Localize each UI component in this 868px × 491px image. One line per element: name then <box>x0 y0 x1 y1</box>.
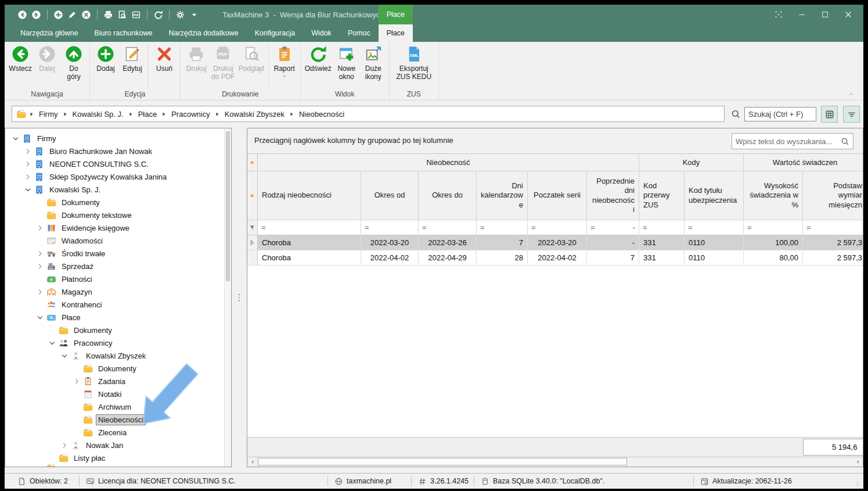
filter-cell[interactable]: = <box>528 220 587 235</box>
odswiez-button[interactable]: Odśwież <box>303 44 333 73</box>
chevron-collapsed-icon[interactable] <box>35 263 45 270</box>
panel-splitter[interactable]: ⋮ <box>232 128 247 467</box>
cell-podstaw[interactable]: 2 597,3 <box>803 235 863 250</box>
column-header-wysokosc[interactable]: Wysokość świadczenia w % <box>744 171 803 220</box>
cell-okres-do[interactable]: 2022-04-29 <box>419 250 477 265</box>
tree-item-biuro-rachunkowe-jan-nowak[interactable]: Biuro Rachunkowe Jan Nowak <box>5 145 231 157</box>
ribbon-collapse-icon[interactable] <box>847 91 855 97</box>
qat-edit[interactable] <box>67 10 77 20</box>
tree-item-platnosci[interactable]: Płatności <box>5 273 231 285</box>
nowe-okno-button[interactable]: Nowe okno <box>333 44 360 81</box>
win-min-button[interactable] <box>790 8 813 21</box>
tab-widok[interactable]: Widok <box>303 24 340 42</box>
tree-item-place[interactable]: Płace <box>5 311 231 324</box>
chevron-expanded-icon[interactable] <box>11 135 20 142</box>
scroll-right-button[interactable] <box>853 457 863 467</box>
tree-item-zlecenia[interactable]: Zlecenia <box>5 426 231 439</box>
cell-kod-tytulu[interactable]: 0110 <box>685 250 744 265</box>
tree-item-ewidencje-ksiegowe[interactable]: Ewidencje księgowe <box>5 221 231 234</box>
breadcrumb-item-kowalski-zbyszek[interactable]: Kowalski Zbyszek <box>225 110 284 119</box>
win-focus-button[interactable] <box>767 8 790 21</box>
tree-item-wiadomosci[interactable]: Wiadomości <box>5 234 231 247</box>
filter-cell[interactable]: = <box>477 220 528 235</box>
breadcrumb-item-place[interactable]: Płace <box>138 110 157 119</box>
wstecz-button[interactable]: Wstecz <box>7 44 34 73</box>
tree-item-nieobecnosci[interactable]: Nieobecności <box>5 413 231 426</box>
scrollbar-thumb[interactable] <box>258 458 627 465</box>
qat-print[interactable] <box>103 10 113 20</box>
column-header-kod[interactable]: Kod przerwy ZUS <box>639 171 685 220</box>
grid-find-input[interactable] <box>732 137 841 146</box>
dodaj-button[interactable]: Dodaj <box>92 44 119 73</box>
tree-item-listy-plac[interactable]: Listy płac <box>5 451 231 464</box>
search-input[interactable] <box>744 107 816 121</box>
tree-item-kowalski-zbyszek[interactable]: Kowalski Zbyszek <box>5 349 231 362</box>
chevron-collapsed-icon[interactable] <box>23 173 33 181</box>
qat-pdf[interactable]: PDF <box>131 10 141 20</box>
cell-wysokosc[interactable]: 80,00 <box>744 250 803 265</box>
win-max-button[interactable] <box>813 8 837 21</box>
cell-podstaw[interactable]: 2 597,3 <box>803 250 863 265</box>
scroll-left-button[interactable] <box>247 457 257 467</box>
tab-pomoc[interactable]: Pomoc <box>340 24 379 42</box>
qat-add[interactable] <box>53 10 63 20</box>
tree-scrollbar-thumb[interactable] <box>226 131 230 281</box>
column-header-kod-tytulu[interactable]: Kod tytułu ubezpieczenia <box>685 171 744 220</box>
tree-item-magazyn[interactable]: Magazyn <box>5 285 231 298</box>
tab-biuro-rachunkowe[interactable]: Biuro rachunkowe <box>86 24 160 42</box>
tree-item-dokumenty[interactable]: Dokumenty <box>5 324 231 336</box>
cell-rodzaj-nieobecnosci[interactable]: Choroba <box>258 235 361 250</box>
qat-preview[interactable] <box>117 10 127 20</box>
cell-poprzednie[interactable]: - <box>587 235 639 250</box>
chevron-collapsed-icon[interactable] <box>60 442 69 449</box>
tree-item-dokumenty[interactable]: Dokumenty <box>5 362 231 375</box>
qat-caret[interactable] <box>189 10 199 20</box>
chevron-expanded-icon[interactable] <box>35 314 45 321</box>
qat-refresh[interactable] <box>153 10 163 20</box>
cell-poczatek-serii[interactable]: 2022-04-02 <box>528 250 587 265</box>
tab-konfiguracja[interactable]: Konfiguracja <box>247 24 304 42</box>
chevron-expanded-icon[interactable] <box>23 186 33 193</box>
qat-back[interactable] <box>17 10 27 20</box>
column-header-dni[interactable]: Dni kalendarzow e <box>477 171 528 220</box>
cell-okres-do[interactable]: 2022-03-26 <box>419 235 477 250</box>
tree-item-sklep-spozywczy-kowalska-janina[interactable]: Sklep Spożywczy Kowalska Janina <box>5 170 231 183</box>
tree-item-dokumenty[interactable]: Dokumenty <box>5 196 231 209</box>
band-wartosc-swiadczen[interactable]: Wartość świadczen <box>744 154 863 171</box>
win-close-button[interactable] <box>837 8 860 21</box>
cell-dni[interactable]: 7 <box>477 235 528 250</box>
breadcrumb-item-firmy[interactable]: Firmy <box>39 110 58 119</box>
filter-cell[interactable]: = - <box>587 220 639 235</box>
tree-item-srodki-trwale[interactable]: Środki trwałe <box>5 247 231 260</box>
tree-item-notatki[interactable]: Notatki <box>5 388 231 400</box>
cell-poprzednie[interactable]: 7 <box>587 250 639 265</box>
tree-item-archiwum[interactable]: Archiwum <box>5 400 231 413</box>
contextual-tab-header[interactable]: Płace <box>379 5 413 24</box>
tree-scrollbar[interactable] <box>224 128 231 467</box>
filter-cell[interactable]: = <box>419 220 477 235</box>
chevron-expanded-icon[interactable] <box>60 352 69 360</box>
duze-ikony-button[interactable]: Duże ikony <box>360 44 387 81</box>
cell-kod[interactable]: 331 <box>639 235 685 250</box>
cell-kod-tytulu[interactable]: 0110 <box>685 235 744 250</box>
tree-item-item[interactable] <box>5 464 231 467</box>
qat-forward[interactable] <box>31 10 41 20</box>
tree-item-kontrahenci[interactable]: Kontrahenci <box>5 298 231 311</box>
do-gory-button[interactable]: Do góry <box>60 44 87 81</box>
tab-place[interactable]: Płace <box>379 24 413 42</box>
tree-item-dokumenty-tekstowe[interactable]: Dokumenty tekstowe <box>5 209 231 221</box>
column-header-okres-od[interactable]: Okres od <box>361 171 419 220</box>
filter-cell[interactable]: = <box>639 220 685 235</box>
tab-narzedzia-glowne[interactable]: Narzędzia główne <box>12 24 86 42</box>
chevron-collapsed-icon[interactable] <box>23 160 33 168</box>
grid-view-button[interactable] <box>821 106 838 123</box>
cell-okres-od[interactable]: 2022-03-20 <box>361 235 419 250</box>
tree-item-kowalski-sp-j[interactable]: Kowalski Sp. J. <box>5 183 231 196</box>
eksportuj-zus-kedu-button[interactable]: XML Eksportuj ZUS KEDU <box>392 44 436 81</box>
band-kody[interactable]: Kody <box>639 154 744 171</box>
table-row[interactable]: Choroba2022-03-202022-03-2672022-03-20-3… <box>247 235 863 250</box>
cell-poczatek-serii[interactable]: 2022-03-20 <box>528 235 587 250</box>
raport-button[interactable]: Raport <box>271 44 298 78</box>
qat-gear[interactable] <box>175 10 185 20</box>
filter-button[interactable] <box>843 106 860 123</box>
